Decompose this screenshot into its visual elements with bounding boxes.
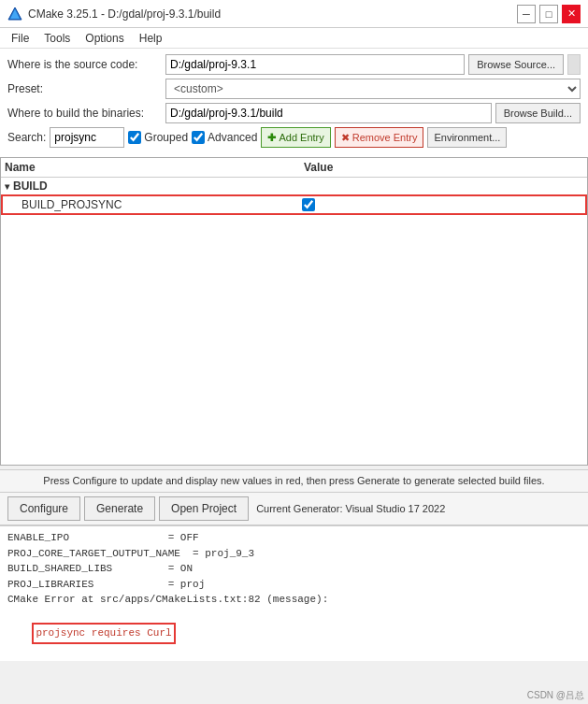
advanced-checkbox-label[interactable]: Advanced [192, 131, 257, 144]
source-row: Where is the source code: Browse Source.… [7, 54, 581, 75]
close-button[interactable]: ✕ [562, 5, 581, 23]
log-line: ENABLE_IPO = OFF [7, 530, 581, 546]
browse-source-button[interactable]: Browse Source... [468, 54, 564, 75]
title-bar: CMake 3.25.1 - D:/gdal/proj-9.3.1/build … [0, 0, 588, 28]
advanced-checkbox[interactable] [192, 131, 205, 144]
build-label: Where to build the binaries: [7, 107, 162, 120]
search-label: Search: [7, 131, 46, 144]
watermark: CSDN @吕总 [527, 689, 584, 702]
title-bar-text: CMake 3.25.1 - D:/gdal/proj-9.3.1/build [28, 7, 221, 21]
col-value-header: Value [304, 161, 583, 174]
menu-options[interactable]: Options [78, 30, 131, 47]
open-project-button[interactable]: Open Project [159, 496, 249, 521]
cmake-icon [7, 7, 22, 22]
group-arrow-icon: ▾ [5, 181, 9, 192]
environment-button[interactable]: Environment... [427, 127, 507, 148]
maximize-button[interactable]: □ [539, 5, 558, 23]
log-line: BUILD_SHARED_LIBS = ON [7, 561, 581, 577]
log-line: CMake Error at src/apps/CMakeLists.txt:8… [7, 592, 581, 608]
preset-label: Preset: [7, 82, 162, 95]
remove-entry-button[interactable]: ✖ Remove Entry [335, 127, 424, 148]
group-build-label: BUILD [13, 180, 48, 193]
generate-button[interactable]: Generate [84, 496, 155, 521]
add-icon: ✚ [267, 132, 276, 144]
cell-build-projsync-name: BUILD_PROJSYNC [22, 198, 302, 211]
source-input[interactable] [165, 54, 465, 75]
remove-icon: ✖ [341, 132, 350, 144]
grouped-checkbox-label[interactable]: Grouped [128, 131, 188, 144]
preset-select[interactable]: <custom> [165, 79, 581, 99]
info-text: Press Configure to update and display ne… [0, 469, 588, 493]
info-text-content: Press Configure to update and display ne… [43, 475, 544, 486]
log-area[interactable]: ENABLE_IPO = OFF PROJ_CORE_TARGET_OUTPUT… [0, 525, 588, 661]
col-name-header: Name [5, 161, 304, 174]
cmake-table: Name Value ▾ BUILD BUILD_PROJSYNC [0, 157, 588, 466]
preset-row: Preset: <custom> [7, 79, 581, 99]
generator-text: Current Generator: Visual Studio 17 2022 [256, 503, 445, 514]
menu-tools[interactable]: Tools [36, 30, 78, 47]
scrollbar-indicator [567, 54, 581, 75]
search-row: Search: Grouped Advanced ✚ Add Entry ✖ R… [7, 127, 581, 148]
menu-bar: File Tools Options Help [0, 28, 588, 49]
grouped-label: Grouped [144, 131, 188, 144]
table-row[interactable]: BUILD_PROJSYNC [1, 194, 587, 215]
source-label: Where is the source code: [7, 58, 162, 71]
log-error-line: projsync requires Curl [7, 608, 581, 660]
grouped-checkbox[interactable] [128, 131, 141, 144]
group-build[interactable]: ▾ BUILD [1, 178, 587, 194]
browse-build-button[interactable]: Browse Build... [495, 103, 581, 123]
build-projsync-checkbox[interactable] [302, 198, 315, 211]
log-line: PROJ_LIBRARIES = proj [7, 577, 581, 593]
search-input[interactable] [50, 127, 124, 148]
minimize-button[interactable]: ─ [517, 5, 536, 23]
window-controls: ─ □ ✕ [517, 5, 581, 23]
log-error-text: projsync requires Curl [32, 623, 175, 644]
build-input[interactable] [165, 103, 492, 123]
cell-build-projsync-value[interactable] [302, 198, 581, 211]
main-form: Where is the source code: Browse Source.… [0, 49, 588, 157]
log-line: PROJ_CORE_TARGET_OUTPUT_NAME = proj_9_3 [7, 546, 581, 562]
table-header: Name Value [1, 158, 587, 178]
bottom-buttons: Configure Generate Open Project Current … [0, 493, 588, 525]
advanced-label: Advanced [208, 131, 257, 144]
build-row: Where to build the binaries: Browse Buil… [7, 103, 581, 123]
configure-button[interactable]: Configure [7, 496, 80, 521]
add-entry-button[interactable]: ✚ Add Entry [261, 127, 330, 148]
menu-help[interactable]: Help [132, 30, 170, 47]
menu-file[interactable]: File [4, 30, 36, 47]
